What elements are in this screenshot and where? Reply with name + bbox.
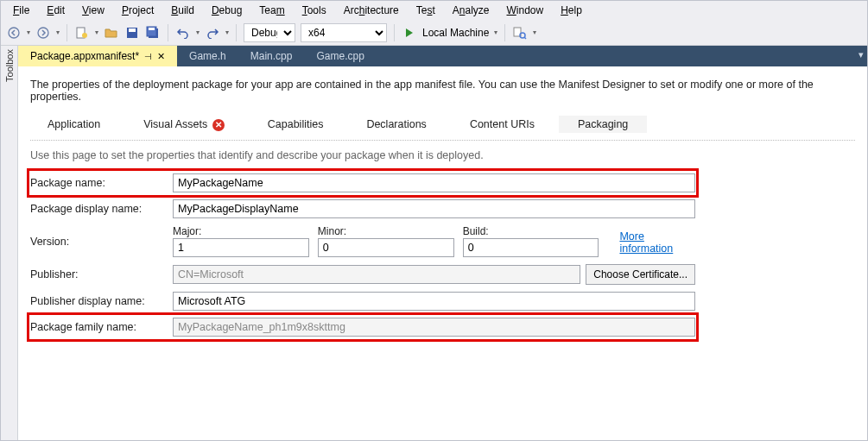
svg-rect-8 — [149, 28, 155, 30]
error-icon: ✕ — [212, 119, 225, 131]
version-row: Major: Minor: Build: More information — [173, 225, 695, 257]
menu-file[interactable]: File — [6, 3, 36, 18]
platform-combo[interactable]: x64 — [301, 23, 387, 42]
package-name-label: Package name: — [30, 177, 173, 189]
publisher-display-input[interactable] — [173, 292, 695, 311]
menu-architecture[interactable]: Architecture — [337, 3, 406, 18]
build-input[interactable] — [463, 238, 599, 257]
separator — [236, 24, 237, 41]
close-icon[interactable]: ✕ — [157, 51, 165, 62]
pin-icon[interactable]: ⊣ — [144, 52, 152, 61]
undo-dropdown-icon[interactable]: ▾ — [196, 28, 200, 36]
back-dropdown-icon[interactable]: ▾ — [27, 28, 30, 36]
cat-capabilities[interactable]: Capabilities — [268, 118, 324, 133]
config-combo[interactable]: Debug — [244, 23, 295, 42]
find-dropdown-icon[interactable]: ▾ — [533, 28, 536, 36]
menu-project[interactable]: Project — [115, 3, 161, 18]
run-target-label[interactable]: Local Machine — [422, 27, 489, 39]
tab-overflow-icon[interactable]: ▾ — [858, 49, 864, 60]
tab-game-h[interactable]: Game.h — [177, 46, 238, 66]
cat-content-uris[interactable]: Content URIs — [470, 118, 535, 133]
publisher-label: Publisher: — [30, 268, 173, 280]
menu-window[interactable]: Window — [499, 3, 550, 18]
svg-point-0 — [9, 28, 19, 38]
menu-tools[interactable]: Tools — [295, 3, 333, 18]
menu-team[interactable]: Team — [252, 3, 291, 18]
package-name-input[interactable] — [173, 173, 695, 192]
tab-label: Game.h — [189, 50, 226, 62]
menu-debug[interactable]: Debug — [205, 3, 249, 18]
tab-game-cpp[interactable]: Game.cpp — [304, 46, 376, 66]
menu-view[interactable]: View — [75, 3, 111, 18]
more-info-link[interactable]: More information — [619, 230, 695, 257]
svg-point-1 — [38, 28, 48, 38]
toolbar: ▾ ▾ ▾ ▾ ▾ Debug x64 Local Machine ▾ ▾ — [1, 20, 867, 46]
choose-certificate-button[interactable]: Choose Certificate... — [586, 264, 695, 285]
cat-packaging[interactable]: Packaging — [578, 118, 628, 130]
build-label: Build: — [463, 225, 599, 237]
separator — [168, 24, 168, 41]
document-tabstrip: Package.appxmanifest* ⊣ ✕ Game.h Main.cp… — [18, 46, 867, 66]
cat-visual-assets[interactable]: Visual Assets ✕ — [143, 118, 225, 133]
manifest-designer: The properties of the deployment package… — [18, 66, 867, 440]
new-file-icon[interactable] — [74, 25, 90, 41]
separator — [67, 24, 67, 41]
separator — [394, 24, 395, 41]
package-display-label: Package display name: — [30, 203, 173, 215]
tab-label: Main.cpp — [250, 50, 293, 62]
find-in-files-icon[interactable] — [512, 25, 528, 41]
separator — [504, 24, 505, 41]
major-input[interactable] — [173, 238, 309, 257]
redo-icon[interactable] — [205, 25, 220, 41]
menu-help[interactable]: Help — [554, 3, 589, 18]
page-hint: Use this page to set the properties that… — [30, 149, 855, 161]
menu-edit[interactable]: Edit — [40, 3, 72, 18]
family-name-label: Package family name: — [30, 321, 173, 333]
tab-label: Game.cpp — [316, 50, 364, 62]
svg-line-11 — [524, 37, 526, 39]
publisher-row: Choose Certificate... — [173, 264, 695, 285]
undo-icon[interactable] — [175, 25, 191, 41]
minor-input[interactable] — [318, 238, 454, 257]
version-label: Version: — [30, 236, 173, 248]
publisher-input — [173, 265, 580, 284]
toolbox-label: Toolbox — [4, 49, 15, 82]
cat-declarations[interactable]: Declarations — [366, 118, 426, 133]
back-icon[interactable] — [6, 25, 22, 41]
new-dropdown-icon[interactable]: ▾ — [95, 28, 98, 36]
run-dropdown-icon[interactable]: ▾ — [494, 28, 497, 36]
visual-studio-window: File Edit View Project Build Debug Team … — [0, 0, 868, 441]
tab-label: Package.appxmanifest* — [30, 50, 139, 62]
cat-application[interactable]: Application — [48, 118, 100, 133]
forward-icon[interactable] — [35, 25, 51, 41]
package-display-input[interactable] — [173, 199, 695, 218]
forward-dropdown-icon[interactable]: ▾ — [56, 28, 60, 36]
family-name-row: Package family name: — [30, 318, 695, 337]
menu-test[interactable]: Test — [409, 3, 442, 18]
toolbox-panel[interactable]: Toolbox — [1, 46, 18, 440]
menu-build[interactable]: Build — [164, 3, 201, 18]
menu-bar: File Edit View Project Build Debug Team … — [1, 1, 867, 20]
open-folder-icon[interactable] — [104, 25, 119, 41]
package-name-row: Package name: — [30, 173, 695, 192]
tab-main-cpp[interactable]: Main.cpp — [238, 46, 305, 66]
family-name-input — [173, 318, 695, 337]
panel-description: The properties of the deployment package… — [30, 79, 855, 103]
save-all-icon[interactable] — [145, 25, 161, 41]
category-tabs: Application Visual Assets ✕ Capabilities… — [30, 118, 855, 141]
packaging-form: Package name: Package display name: Vers… — [30, 173, 695, 337]
start-debug-icon[interactable] — [402, 25, 417, 41]
menu-analyze[interactable]: Analyze — [446, 3, 497, 18]
svg-rect-5 — [129, 28, 136, 32]
svg-point-3 — [82, 33, 87, 38]
redo-dropdown-icon[interactable]: ▾ — [225, 28, 229, 36]
minor-label: Minor: — [318, 225, 454, 237]
save-icon[interactable] — [124, 25, 140, 41]
major-label: Major: — [173, 225, 309, 237]
publisher-display-label: Publisher display name: — [30, 295, 173, 307]
tab-package-appxmanifest[interactable]: Package.appxmanifest* ⊣ ✕ — [18, 46, 177, 66]
